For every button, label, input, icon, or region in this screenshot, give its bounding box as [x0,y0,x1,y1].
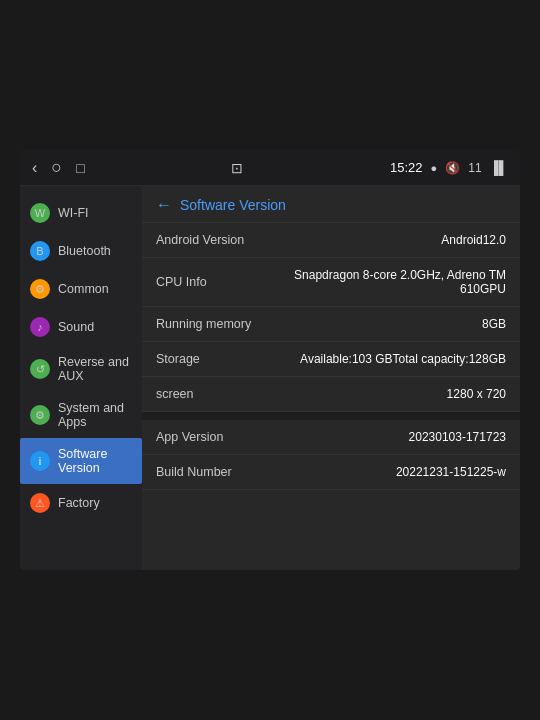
sidebar-label-reverse: Reverse and AUX [58,355,132,383]
info-row: Storage Available:103 GBTotal capacity:1… [142,342,520,377]
recents-nav-button[interactable]: □ [76,160,84,176]
section-divider [142,412,520,420]
sidebar-item-reverse[interactable]: ↺ Reverse and AUX [20,346,142,392]
sidebar: W WI-FI B Bluetooth ⚙ Common ♪ Sound ↺ R… [20,186,142,570]
home-nav-button[interactable]: ○ [51,157,62,178]
info-label: Android Version [156,233,244,247]
cast-icon-area: ⊡ [231,160,243,176]
info-value: 20221231-151225-w [396,465,506,479]
info-value: Snapdragon 8-core 2.0GHz, Adreno TM 610G… [276,268,506,296]
nav-buttons: ‹ ○ □ [32,157,85,178]
info-row: screen 1280 x 720 [142,377,520,412]
info-row: App Version 20230103-171723 [142,420,520,455]
info-row: Build Number 20221231-151225-w [142,455,520,490]
sidebar-label-wifi: WI-FI [58,206,89,220]
sidebar-label-sound: Sound [58,320,94,334]
info-label: Storage [156,352,200,366]
sidebar-item-common[interactable]: ⚙ Common [20,270,142,308]
info-row: Running memory 8GB [142,307,520,342]
info-rows: Android Version Android12.0 CPU Info Sna… [142,223,520,570]
sidebar-label-software: Software Version [58,447,132,475]
sidebar-icon-factory: ⚠ [30,493,50,513]
battery-icon: ▐▌ [490,160,508,175]
detail-back-button[interactable]: ← [156,196,172,214]
sidebar-icon-software: i [30,451,50,471]
volume-level: 11 [468,161,481,175]
sidebar-item-software[interactable]: i Software Version [20,438,142,484]
info-row: CPU Info Snapdragon 8-core 2.0GHz, Adren… [142,258,520,307]
info-value: 1280 x 720 [447,387,506,401]
info-value: 20230103-171723 [409,430,506,444]
info-row: Android Version Android12.0 [142,223,520,258]
info-label: Build Number [156,465,232,479]
detail-panel: ← Software Version Android Version Andro… [142,186,520,570]
sidebar-icon-sound: ♪ [30,317,50,337]
sidebar-label-factory: Factory [58,496,100,510]
device-frame: ‹ ○ □ ⊡ 15:22 ● 🔇 11 ▐▌ W WI-FI B Blueto… [20,150,520,570]
detail-header: ← Software Version [142,186,520,223]
sidebar-label-system: System and Apps [58,401,132,429]
status-time: 15:22 [390,160,423,175]
info-value: Android12.0 [441,233,506,247]
sidebar-icon-system: ⚙ [30,405,50,425]
info-label: CPU Info [156,275,207,289]
sidebar-item-sound[interactable]: ♪ Sound [20,308,142,346]
sidebar-item-factory[interactable]: ⚠ Factory [20,484,142,522]
status-right-area: 15:22 ● 🔇 11 ▐▌ [390,160,508,175]
detail-title: Software Version [180,197,286,213]
sidebar-icon-common: ⚙ [30,279,50,299]
info-label: screen [156,387,194,401]
sidebar-item-wifi[interactable]: W WI-FI [20,194,142,232]
sidebar-icon-reverse: ↺ [30,359,50,379]
cast-icon[interactable]: ⊡ [231,160,243,176]
sidebar-item-system[interactable]: ⚙ System and Apps [20,392,142,438]
info-label: App Version [156,430,223,444]
sidebar-icon-wifi: W [30,203,50,223]
mute-icon: 🔇 [445,161,460,175]
status-bar: ‹ ○ □ ⊡ 15:22 ● 🔇 11 ▐▌ [20,150,520,186]
main-content: W WI-FI B Bluetooth ⚙ Common ♪ Sound ↺ R… [20,186,520,570]
sidebar-label-bluetooth: Bluetooth [58,244,111,258]
info-value: Available:103 GBTotal capacity:128GB [300,352,506,366]
back-nav-button[interactable]: ‹ [32,159,37,177]
info-value: 8GB [482,317,506,331]
sidebar-icon-bluetooth: B [30,241,50,261]
sidebar-label-common: Common [58,282,109,296]
sidebar-item-bluetooth[interactable]: B Bluetooth [20,232,142,270]
info-label: Running memory [156,317,251,331]
signal-icon: ● [431,162,438,174]
